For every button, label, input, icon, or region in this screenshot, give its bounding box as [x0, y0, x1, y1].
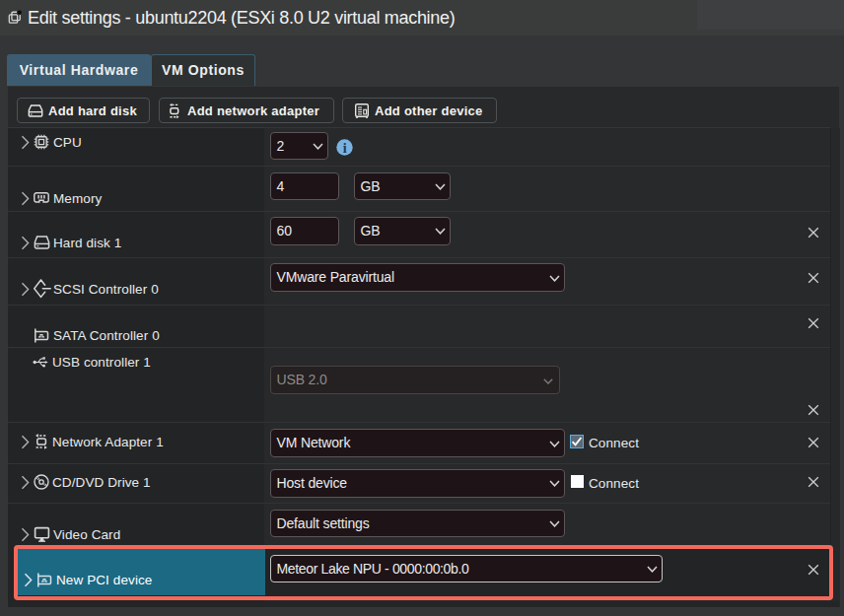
svg-text:i: i: [343, 141, 347, 156]
